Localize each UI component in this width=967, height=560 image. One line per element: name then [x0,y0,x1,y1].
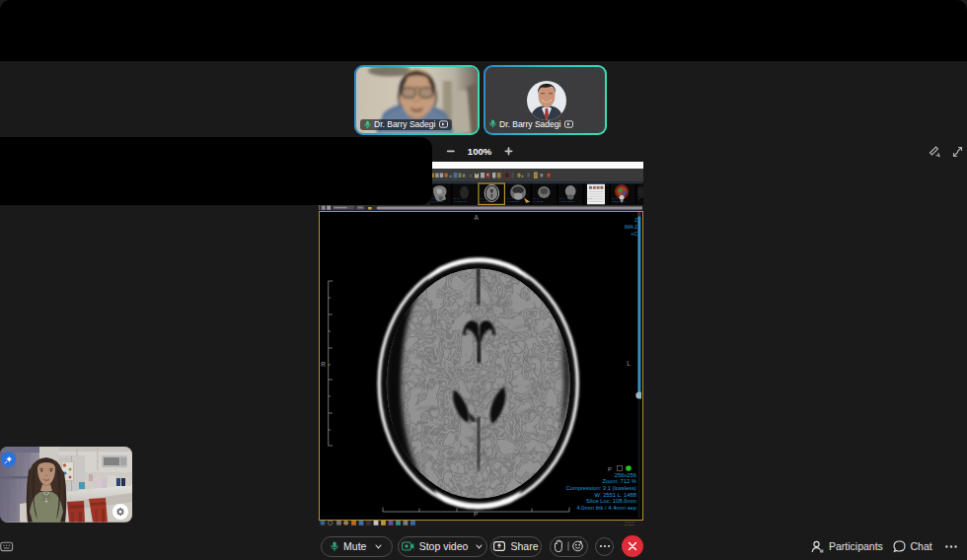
svg-text:256x256: 256x256 [615,471,636,477]
svg-text:A: A [475,213,480,220]
svg-text:100%: 100% [468,146,492,157]
svg-text:R: R [322,361,327,368]
svg-text:Compression: 3:1 (lossless): Compression: 3:1 (lossless) [566,485,637,491]
svg-text:IM: IM [637,197,640,200]
svg-text:AX T2 FLAIR: AX T2 FLAIR [481,201,494,204]
svg-text:AX T1 SE: AX T1 SE [533,201,544,204]
svg-text:+C: +C [632,231,638,237]
svg-text:AX T2 FLAIR: AX T2 FLAIR [453,201,467,204]
svg-text:W: 2551 L: 1488: W: 2551 L: 1488 [595,491,636,497]
svg-text:Slice Loc: 108.0mm: Slice Loc: 108.0mm [586,498,636,504]
svg-text:2: 2 [634,217,637,223]
svg-text:PERFUSION: PERFUSION [612,201,626,204]
svg-text:IMA 2: IMA 2 [625,224,637,230]
svg-text:Zoom: 712 %: Zoom: 712 % [603,478,636,484]
svg-text:P: P [608,465,612,471]
svg-text:4.0mm thk / 4.4mm sep: 4.0mm thk / 4.4mm sep [577,505,637,511]
svg-text:L: L [627,360,631,367]
svg-text:AX T2 FSE: AX T2 FSE [507,201,519,204]
svg-text:7/16/2020: 7/16/2020 [625,524,635,526]
svg-text:IMA 7: IMA 7 [585,197,592,200]
svg-text:SAG T1 SE: SAG T1 SE [431,201,444,204]
svg-text:AX DWI B1000: AX DWI B1000 [558,201,575,204]
